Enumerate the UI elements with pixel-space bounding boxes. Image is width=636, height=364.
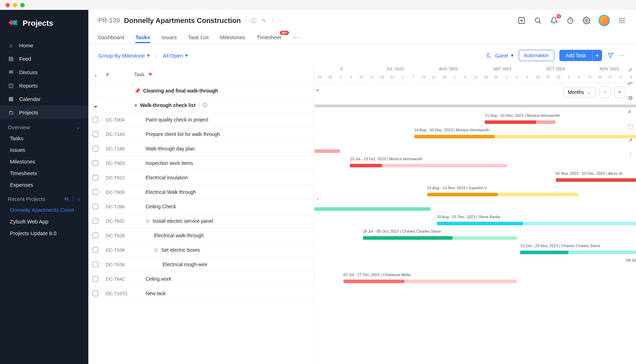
edit-icon[interactable]: ✎ xyxy=(261,17,268,24)
tab-timesheet[interactable]: Timesheet99+ xyxy=(257,31,281,43)
task-row[interactable]: DC-T639Electrical rough-wire xyxy=(88,257,314,272)
gantt-bar[interactable] xyxy=(556,178,636,182)
critical-path-icon[interactable]: ⬚ xyxy=(628,123,634,129)
task-row[interactable]: DC-T904Paint quality check in project xyxy=(88,113,314,127)
undo-icon[interactable]: ↶ xyxy=(628,80,634,87)
more-options-icon[interactable]: ⋯ xyxy=(619,52,626,59)
task-checkbox[interactable] xyxy=(93,291,98,296)
task-checkbox[interactable] xyxy=(93,175,98,180)
tab-task-list[interactable]: Task List xyxy=(188,31,208,43)
task-name[interactable]: Walk-through day plan xyxy=(131,146,314,151)
tab-milestones[interactable]: Milestones xyxy=(220,31,246,43)
window-minimize-icon[interactable] xyxy=(13,3,17,7)
task-row[interactable]: DC-T638⊟Set electric boxes xyxy=(88,243,314,257)
scroll-left-icon[interactable]: ◀ xyxy=(316,88,319,92)
gantt-bar[interactable] xyxy=(314,207,430,211)
info-icon[interactable]: ⓘ xyxy=(251,17,257,24)
recent-project-item[interactable]: Projects Update 8.0 xyxy=(0,227,88,239)
task-checkbox[interactable] xyxy=(93,204,98,209)
nav-reports[interactable]: ◫Reports xyxy=(0,79,88,92)
task-row[interactable]: DC-T626Electrical walk-through xyxy=(88,228,314,243)
task-row[interactable]: DC-T1073New task xyxy=(88,286,314,301)
more-icon[interactable]: ⋯ xyxy=(278,17,284,24)
expand-all-icon[interactable]: ⌄ xyxy=(88,71,102,78)
task-name[interactable]: New task xyxy=(131,291,314,296)
task-checkbox[interactable] xyxy=(93,233,98,238)
gantt-bar[interactable] xyxy=(363,236,453,240)
gantt-bar[interactable] xyxy=(414,135,495,138)
expand-toggle[interactable]: ⌄ xyxy=(88,102,102,109)
gantt-bar[interactable] xyxy=(485,120,536,124)
window-close-icon[interactable] xyxy=(5,3,10,7)
overview-item-timesheets[interactable]: Timesheets xyxy=(0,167,88,179)
group-by-dropdown[interactable]: Group By Milestone ▾ xyxy=(98,52,150,59)
task-name[interactable]: Celing work xyxy=(131,276,314,282)
filter-icon[interactable]: ⇆ xyxy=(64,196,69,202)
settings-icon[interactable] xyxy=(582,16,591,25)
task-checkbox[interactable] xyxy=(93,247,98,253)
gantt-bar[interactable] xyxy=(343,280,405,283)
task-row[interactable]: DC-T642Celing work xyxy=(88,272,314,286)
task-checkbox[interactable] xyxy=(93,160,98,166)
task-checkbox[interactable] xyxy=(93,189,98,195)
task-checkbox[interactable] xyxy=(93,146,98,151)
gantt-bar[interactable] xyxy=(427,193,498,196)
info-icon[interactable]: ⓘ xyxy=(202,102,207,108)
gantt-bar[interactable] xyxy=(498,193,578,196)
task-checkbox[interactable] xyxy=(93,131,98,137)
gantt-bar[interactable] xyxy=(405,280,517,283)
gantt-bar[interactable] xyxy=(495,135,636,138)
gantt-bar[interactable] xyxy=(569,251,636,254)
automation-button[interactable]: Automation xyxy=(519,50,554,61)
task-name[interactable]: Ceiling Check xyxy=(131,204,314,209)
task-name[interactable]: Inspection work items xyxy=(131,160,314,166)
nav-projects[interactable]: 🗀Projects xyxy=(0,106,88,119)
gantt-timeline[interactable]: ‹ 3JUL '2023AUG '2023SEP '2023OCT '2023N… xyxy=(314,65,636,364)
search-icon[interactable]: ⌕ xyxy=(77,196,81,202)
gantt-bar[interactable] xyxy=(453,236,517,240)
task-checkbox[interactable] xyxy=(93,276,98,282)
tab-tasks[interactable]: Tasks xyxy=(135,31,150,43)
timer-icon[interactable] xyxy=(566,16,575,25)
task-row[interactable]: DC-T903Inspection work items xyxy=(88,156,314,171)
task-name[interactable]: ⊟Install electric service panel xyxy=(131,218,314,224)
overview-section-header[interactable]: Overview ⌄ xyxy=(0,119,88,132)
search-icon[interactable] xyxy=(534,16,542,25)
task-name[interactable]: Electrical rough-wire xyxy=(131,262,314,267)
gantt-bar[interactable] xyxy=(350,164,382,167)
tab-dashboard[interactable]: Dashboard xyxy=(98,31,124,43)
notifications-icon[interactable]: 9 xyxy=(550,16,558,25)
nav-feed[interactable]: ▤Feed xyxy=(0,52,88,65)
overview-item-expenses[interactable]: Expenses xyxy=(0,179,88,191)
add-task-dropdown[interactable]: ▾ xyxy=(592,50,602,61)
gantt-bar[interactable] xyxy=(314,149,340,153)
expand-icon[interactable]: ⤢ xyxy=(628,66,634,73)
task-row[interactable]: DC-T186Walk-through day plan xyxy=(88,142,314,156)
overview-item-issues[interactable]: Issues xyxy=(0,144,88,156)
export-icon[interactable]: ↗ xyxy=(628,137,634,143)
overview-item-milestones[interactable]: Milestones xyxy=(0,156,88,167)
tabs-more-icon[interactable]: ⋯ xyxy=(293,30,299,44)
gantt-bar[interactable] xyxy=(536,120,556,124)
more-vertical-icon[interactable]: ⋮ xyxy=(628,151,634,157)
task-name[interactable]: ⊟Set electric boxes xyxy=(131,247,314,253)
apps-icon[interactable] xyxy=(618,16,626,25)
nav-calendar[interactable]: ▦Calendar xyxy=(0,92,88,106)
tab-issues[interactable]: Issues xyxy=(161,31,177,43)
sliders-icon[interactable]: ≡ xyxy=(628,109,634,115)
nav-home[interactable]: ⌂Home xyxy=(0,38,88,52)
view-selector-gantt[interactable]: Gantt ▾ xyxy=(486,52,514,59)
recent-project-item[interactable]: Donnelly Apartments Const xyxy=(0,204,88,216)
summary-bar[interactable] xyxy=(314,105,636,107)
nav-discuss[interactable]: ✉Discuss xyxy=(0,65,88,79)
task-row[interactable]: DC-T183Prepare client list for walk thro… xyxy=(88,127,314,142)
task-row[interactable]: DC-T913Electrical insulation xyxy=(88,171,314,185)
tasklist-group[interactable]: ≡Walk-through check list|ⓘ xyxy=(131,102,314,108)
avatar[interactable] xyxy=(599,15,610,26)
time-scale-selector[interactable]: Months ⌄ xyxy=(563,87,596,97)
recent-project-item[interactable]: Zylsoft Web App xyxy=(0,216,88,227)
filter-dropdown[interactable]: All Open ▾ xyxy=(163,52,188,59)
task-name[interactable]: Electrical walk-through xyxy=(131,233,314,238)
task-checkbox[interactable] xyxy=(93,262,98,267)
zoom-in-button[interactable]: + xyxy=(614,86,625,98)
